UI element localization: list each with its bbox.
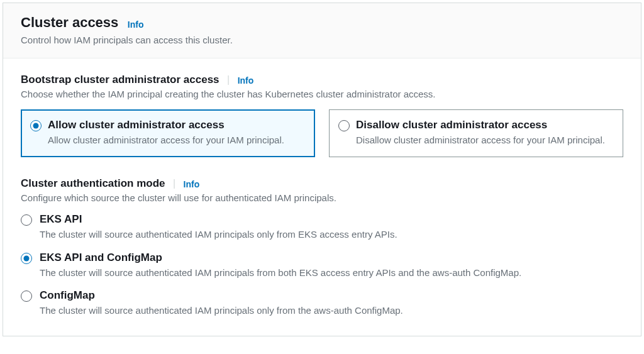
- authmode-option-eks-api-configmap[interactable]: EKS API and ConfigMap The cluster will s…: [21, 252, 623, 279]
- authmode-section-title: Cluster authentication mode: [21, 177, 165, 190]
- bootstrap-tiles: Allow cluster administrator access Allow…: [21, 109, 623, 157]
- panel-description: Control how IAM principals can access th…: [21, 35, 623, 45]
- bootstrap-section-title: Bootstrap cluster administrator access: [21, 74, 219, 86]
- option-title: EKS API: [40, 213, 397, 226]
- option-desc: The cluster will source authenticated IA…: [40, 228, 397, 241]
- disallow-admin-desc: Disallow cluster administrator access fo…: [356, 134, 605, 147]
- cluster-access-panel: Cluster access Info Control how IAM prin…: [3, 3, 641, 336]
- authmode-radio-list: EKS API The cluster will source authenti…: [21, 213, 623, 317]
- allow-admin-desc: Allow cluster administrator access for y…: [48, 134, 284, 147]
- radio-icon: [21, 214, 32, 226]
- divider: |: [227, 74, 230, 85]
- panel-header: Cluster access Info Control how IAM prin…: [3, 3, 641, 58]
- panel-body: Bootstrap cluster administrator access |…: [3, 58, 641, 336]
- radio-icon: [21, 253, 32, 264]
- authmode-section: Cluster authentication mode | Info Confi…: [21, 177, 623, 317]
- option-desc: The cluster will source authenticated IA…: [40, 304, 403, 317]
- disallow-admin-title: Disallow cluster administrator access: [356, 119, 605, 131]
- divider: |: [173, 178, 175, 189]
- authmode-option-configmap[interactable]: ConfigMap The cluster will source authen…: [21, 289, 623, 317]
- option-desc: The cluster will source authenticated IA…: [40, 267, 521, 279]
- option-title: ConfigMap: [40, 289, 403, 302]
- authmode-option-eks-api[interactable]: EKS API The cluster will source authenti…: [21, 213, 623, 241]
- disallow-admin-tile[interactable]: Disallow cluster administrator access Di…: [329, 109, 623, 157]
- authmode-section-desc: Configure which source the cluster will …: [21, 192, 623, 203]
- bootstrap-section: Bootstrap cluster administrator access |…: [21, 74, 623, 157]
- bootstrap-section-desc: Choose whether the IAM principal creatin…: [21, 89, 623, 99]
- allow-admin-tile[interactable]: Allow cluster administrator access Allow…: [21, 109, 315, 157]
- radio-icon: [30, 120, 42, 131]
- allow-admin-title: Allow cluster administrator access: [48, 119, 284, 131]
- option-title: EKS API and ConfigMap: [40, 252, 521, 264]
- radio-icon: [338, 120, 350, 131]
- cluster-access-info-link[interactable]: Info: [128, 19, 144, 30]
- radio-icon: [21, 290, 32, 302]
- panel-title: Cluster access: [21, 14, 118, 30]
- bootstrap-info-link[interactable]: Info: [238, 75, 254, 86]
- authmode-info-link[interactable]: Info: [184, 179, 200, 189]
